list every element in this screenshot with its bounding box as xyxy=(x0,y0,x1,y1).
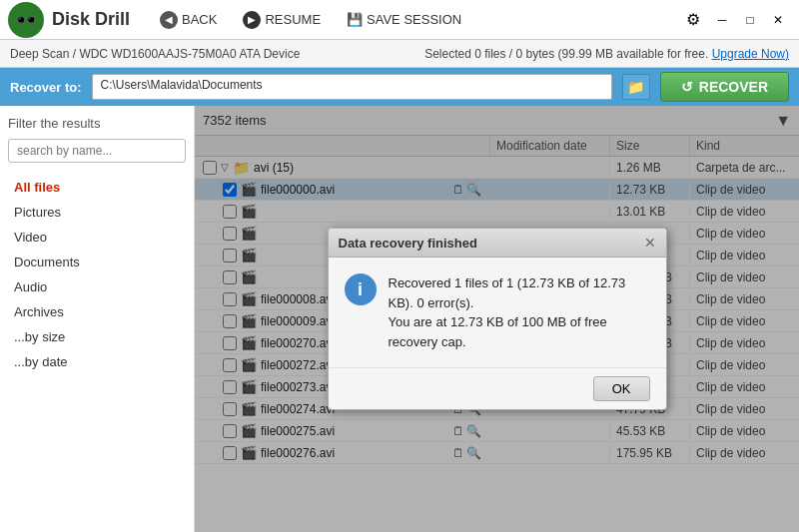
info-icon: i xyxy=(345,273,377,305)
recover-path[interactable]: C:\Users\Malavida\Documents xyxy=(92,74,612,100)
recover-to-label: Recover to: xyxy=(10,80,82,95)
modal-overlay: Data recovery finished ✕ i Recovered 1 f… xyxy=(195,106,799,532)
sidebar-item-video[interactable]: Video xyxy=(8,225,186,250)
sidebar-item-all-files[interactable]: All files xyxy=(8,175,186,200)
maximize-button[interactable]: □ xyxy=(737,7,763,33)
resume-button[interactable]: ▶ RESUME xyxy=(233,7,331,33)
modal-footer: OK xyxy=(329,367,666,409)
device-info: Deep Scan / WDC WD1600AAJS-75M0A0 ATA De… xyxy=(10,47,300,61)
selection-info: Selected 0 files / 0 bytes (99.99 MB ava… xyxy=(424,47,789,61)
modal-close-button[interactable]: ✕ xyxy=(644,235,656,251)
modal-message-line1: Recovered 1 files of 1 (12.73 KB of 12.7… xyxy=(389,273,650,312)
window-controls: ─ □ ✕ xyxy=(709,7,791,33)
sidebar-nav: All files Pictures Video Documents Audio… xyxy=(8,175,186,374)
file-area: 7352 items ▼ Modification date Size Kind… xyxy=(195,106,799,532)
modal-message-line2: You are at 12.73 KB of 100 MB of free re… xyxy=(389,312,650,351)
modal-dialog: Data recovery finished ✕ i Recovered 1 f… xyxy=(328,228,667,410)
sidebar: Filter the results All files Pictures Vi… xyxy=(0,106,195,532)
browse-folder-button[interactable]: 📁 xyxy=(622,74,650,100)
upgrade-link[interactable]: Upgrade Now) xyxy=(712,47,789,61)
minimize-button[interactable]: ─ xyxy=(709,7,735,33)
sidebar-item-pictures[interactable]: Pictures xyxy=(8,200,186,225)
save-icon: 💾 xyxy=(347,12,363,27)
recover-refresh-icon: ↺ xyxy=(681,79,693,95)
modal-body: i Recovered 1 files of 1 (12.73 KB of 12… xyxy=(329,258,666,367)
sidebar-item-by-size[interactable]: ...by size xyxy=(8,324,186,349)
title-bar: 🕶️ Disk Drill ◀ BACK ▶ RESUME 💾 SAVE SES… xyxy=(0,0,799,40)
app-name: Disk Drill xyxy=(52,9,130,30)
settings-button[interactable]: ⚙ xyxy=(677,4,709,36)
main-content: Filter the results All files Pictures Vi… xyxy=(0,106,799,532)
back-icon: ◀ xyxy=(160,11,178,29)
save-session-button[interactable]: 💾 SAVE SESSION xyxy=(337,8,471,31)
modal-title: Data recovery finished xyxy=(339,236,477,251)
gear-icon: ⚙ xyxy=(686,10,700,29)
status-bar: Deep Scan / WDC WD1600AAJS-75M0A0 ATA De… xyxy=(0,40,799,68)
modal-title-bar: Data recovery finished ✕ xyxy=(329,229,666,258)
recovery-bar: Recover to: C:\Users\Malavida\Documents … xyxy=(0,68,799,106)
ok-button[interactable]: OK xyxy=(593,376,650,401)
modal-text: Recovered 1 files of 1 (12.73 KB of 12.7… xyxy=(389,273,650,351)
sidebar-item-archives[interactable]: Archives xyxy=(8,299,186,324)
sidebar-item-documents[interactable]: Documents xyxy=(8,250,186,274)
close-button[interactable]: ✕ xyxy=(765,7,791,33)
folder-icon: 📁 xyxy=(627,79,644,95)
back-button[interactable]: ◀ BACK xyxy=(150,7,227,33)
filter-title: Filter the results xyxy=(8,116,186,131)
app-logo: 🕶️ xyxy=(8,2,44,38)
search-input[interactable] xyxy=(8,139,186,163)
play-icon: ▶ xyxy=(243,11,261,29)
sidebar-item-by-date[interactable]: ...by date xyxy=(8,349,186,374)
sidebar-item-audio[interactable]: Audio xyxy=(8,274,186,299)
nav-buttons: ◀ BACK ▶ RESUME 💾 SAVE SESSION xyxy=(150,7,677,33)
recover-button[interactable]: ↺ RECOVER xyxy=(660,72,789,102)
